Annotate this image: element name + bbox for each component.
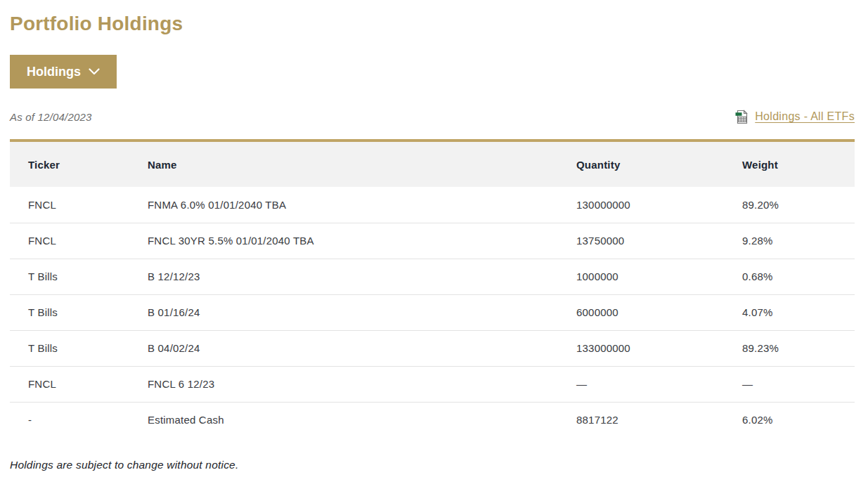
holdings-dropdown-button[interactable]: Holdings bbox=[10, 55, 117, 89]
cell-quantity: — bbox=[558, 366, 724, 402]
spreadsheet-file-icon bbox=[734, 110, 749, 124]
cell-quantity: 133000000 bbox=[558, 330, 724, 366]
cell-ticker: T Bills bbox=[10, 330, 129, 366]
table-row: - Estimated Cash 8817122 6.02% bbox=[10, 402, 855, 438]
holdings-disclaimer: Holdings are subject to change without n… bbox=[10, 459, 855, 471]
cell-weight: 4.07% bbox=[724, 294, 855, 330]
table-row: FNCL FNMA 6.0% 01/01/2040 TBA 130000000 … bbox=[10, 187, 855, 223]
cell-weight: — bbox=[724, 366, 855, 402]
holdings-table: Ticker Name Quantity Weight FNCL FNMA 6.… bbox=[10, 139, 855, 438]
table-header-row: Ticker Name Quantity Weight bbox=[10, 141, 855, 187]
cell-ticker: FNCL bbox=[10, 187, 129, 223]
page-title: Portfolio Holdings bbox=[10, 13, 855, 35]
holdings-all-etfs-link[interactable]: Holdings - All ETFs bbox=[734, 110, 855, 124]
cell-quantity: 8817122 bbox=[558, 402, 724, 438]
table-meta-row: As of 12/04/2023 Holdings - All ETFs bbox=[10, 108, 855, 125]
cell-ticker: FNCL bbox=[10, 223, 129, 259]
cell-name: FNCL 6 12/23 bbox=[129, 366, 558, 402]
cell-quantity: 130000000 bbox=[558, 187, 724, 223]
column-header-name: Name bbox=[129, 141, 558, 187]
portfolio-holdings-section: Portfolio Holdings Holdings As of 12/04/… bbox=[0, 0, 868, 471]
cell-weight: 89.23% bbox=[724, 330, 855, 366]
table-row: T Bills B 04/02/24 133000000 89.23% bbox=[10, 330, 855, 366]
cell-name: B 12/12/23 bbox=[129, 259, 558, 294]
cell-name: FNCL 30YR 5.5% 01/01/2040 TBA bbox=[129, 223, 558, 259]
column-header-weight: Weight bbox=[724, 141, 855, 187]
cell-quantity: 1000000 bbox=[558, 259, 724, 294]
cell-weight: 6.02% bbox=[724, 402, 855, 438]
cell-name: B 04/02/24 bbox=[129, 330, 558, 366]
holdings-dropdown-label: Holdings bbox=[27, 65, 81, 79]
column-header-quantity: Quantity bbox=[558, 141, 724, 187]
cell-ticker: T Bills bbox=[10, 259, 129, 294]
holdings-all-etfs-link-label: Holdings - All ETFs bbox=[755, 110, 855, 123]
cell-weight: 89.20% bbox=[724, 187, 855, 223]
cell-quantity: 6000000 bbox=[558, 294, 724, 330]
table-row: T Bills B 01/16/24 6000000 4.07% bbox=[10, 294, 855, 330]
cell-name: B 01/16/24 bbox=[129, 294, 558, 330]
cell-weight: 9.28% bbox=[724, 223, 855, 259]
cell-ticker: FNCL bbox=[10, 366, 129, 402]
table-row: T Bills B 12/12/23 1000000 0.68% bbox=[10, 259, 855, 294]
as-of-date: As of 12/04/2023 bbox=[10, 111, 92, 123]
table-row: FNCL FNCL 6 12/23 — — bbox=[10, 366, 855, 402]
column-header-ticker: Ticker bbox=[10, 141, 129, 187]
cell-name: Estimated Cash bbox=[129, 402, 558, 438]
cell-weight: 0.68% bbox=[724, 259, 855, 294]
chevron-down-icon bbox=[89, 68, 100, 75]
cell-quantity: 13750000 bbox=[558, 223, 724, 259]
cell-ticker: - bbox=[10, 402, 129, 438]
cell-name: FNMA 6.0% 01/01/2040 TBA bbox=[129, 187, 558, 223]
table-row: FNCL FNCL 30YR 5.5% 01/01/2040 TBA 13750… bbox=[10, 223, 855, 259]
cell-ticker: T Bills bbox=[10, 294, 129, 330]
